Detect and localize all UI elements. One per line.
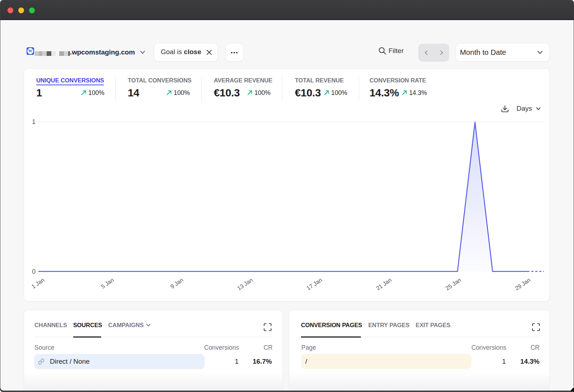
svg-text:29 Jan: 29 Jan — [514, 277, 531, 291]
svg-text:9 Jan: 9 Jan — [169, 277, 184, 290]
svg-text:21 Jan: 21 Jan — [375, 277, 392, 291]
svg-text:1: 1 — [32, 118, 36, 125]
svg-text:1 Jan: 1 Jan — [30, 277, 46, 290]
svg-text:0: 0 — [32, 268, 36, 275]
svg-text:17 Jan: 17 Jan — [306, 277, 323, 291]
svg-text:25 Jan: 25 Jan — [444, 277, 462, 291]
svg-text:5 Jan: 5 Jan — [100, 277, 115, 290]
svg-text:W: W — [28, 49, 33, 53]
svg-text:13 Jan: 13 Jan — [236, 277, 254, 291]
